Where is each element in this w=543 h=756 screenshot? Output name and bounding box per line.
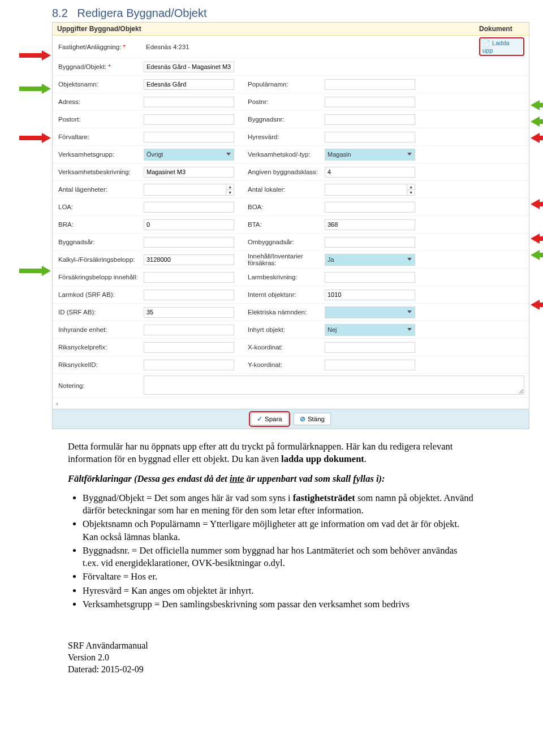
verkgrupp-select[interactable]: Övrigt	[144, 149, 234, 161]
footer-line-1: SRF Användarmanual	[68, 640, 543, 652]
interntobj-input[interactable]	[325, 290, 415, 300]
bra-input[interactable]	[144, 219, 234, 230]
label-fastighet: Fastighet/Anläggning:	[58, 44, 121, 50]
close-label: Stäng	[308, 416, 325, 422]
chevron-down-icon	[407, 310, 412, 313]
spin-up-icon[interactable]: ▲	[407, 184, 415, 190]
spin-up-icon[interactable]: ▲	[226, 184, 234, 190]
boa-input[interactable]	[325, 202, 415, 213]
label-byggar: Byggnadsår:	[57, 239, 140, 245]
forsinneh-input[interactable]	[144, 272, 234, 283]
angivenklass-input[interactable]	[325, 167, 415, 178]
upload-button[interactable]: 📄 Ladda upp	[479, 37, 524, 56]
antallag-stepper[interactable]: ▲▼	[144, 184, 234, 196]
save-label: Spara	[265, 416, 282, 422]
spin-down-icon[interactable]: ▼	[407, 190, 415, 195]
arrow-icon	[19, 84, 51, 94]
page-footer: SRF Användarmanual Version 2.0 Daterad: …	[68, 640, 543, 675]
label-hyresvard: Hyresvärd:	[238, 133, 321, 140]
check-icon: ✓	[257, 415, 262, 423]
close-button[interactable]: ⊘Stäng	[294, 413, 331, 425]
label-interntobj: Internt objektsnr:	[238, 291, 321, 298]
riksid-input[interactable]	[144, 360, 234, 370]
section-title: Redigera Byggnad/Objekt	[77, 7, 206, 19]
label-adress: Adress:	[57, 98, 140, 105]
chevron-down-icon	[407, 258, 412, 261]
b1-text: Byggnad/Objekt = Det som anges här är va…	[83, 493, 293, 503]
loa-input[interactable]	[144, 202, 234, 213]
save-button[interactable]: ✓Spara	[251, 413, 288, 425]
form-header-right: Dokument	[475, 23, 529, 35]
label-postnr: Postnr:	[238, 98, 321, 105]
label-inhyrtobj: Inhyrt objekt:	[238, 326, 321, 333]
label-larmkod: Larmkod (SRF AB):	[57, 291, 140, 298]
arrow-icon	[19, 133, 51, 143]
byggar-input[interactable]	[144, 237, 234, 248]
larmbeskr-input[interactable]	[325, 272, 415, 283]
arrow-icon	[531, 133, 543, 143]
hyresvard-input[interactable]	[325, 132, 415, 142]
verkkod-select[interactable]: Magasin	[325, 149, 415, 161]
label-larmbeskr: Larmbeskrivning:	[238, 274, 321, 280]
label-loa: LOA:	[57, 204, 140, 210]
label-notering: Notering:	[57, 382, 140, 389]
byggnad-input[interactable]	[144, 62, 234, 72]
spin-down-icon[interactable]: ▼	[226, 190, 234, 195]
label-verkkod: Verksamhetskod/-typ:	[238, 151, 321, 158]
chevron-down-icon	[226, 153, 231, 155]
adress-input[interactable]	[144, 97, 234, 107]
elektr-select[interactable]	[325, 306, 415, 318]
chevron-down-icon	[407, 328, 412, 331]
label-forsinneh: Försäkringsbelopp innehåll:	[57, 274, 140, 280]
form-header-left: Uppgifter Byggnad/Objekt	[53, 23, 475, 35]
label-boa: BOA:	[238, 204, 321, 210]
xkoord-input[interactable]	[325, 342, 415, 353]
label-xkoord: X-koordinat:	[238, 344, 321, 351]
label-ombyggar: Ombyggnadsår:	[238, 239, 321, 245]
byggnadsnr-input[interactable]	[325, 114, 415, 125]
ykoord-input[interactable]	[325, 360, 415, 370]
idsrf-input[interactable]	[144, 307, 234, 318]
arrow-icon	[531, 100, 543, 110]
p1-bold: ladda upp dokument	[281, 453, 364, 464]
ombyggar-input[interactable]	[325, 237, 415, 248]
kalkyl-input[interactable]	[144, 254, 234, 265]
notering-input[interactable]	[144, 375, 524, 395]
label-bta: BTA:	[238, 221, 321, 228]
inhyr-input[interactable]	[144, 325, 234, 335]
upload-label: Ladda upp	[482, 40, 510, 54]
list-item: Objektsnamn och Populärnamn = Ytterligar…	[83, 518, 475, 543]
arrow-icon	[531, 199, 543, 209]
list-item: Hyresvärd = Kan anges om objektet är inh…	[83, 585, 475, 597]
rikpref-input[interactable]	[144, 342, 234, 353]
popnamn-input[interactable]	[325, 79, 415, 90]
label-antallok: Antal lokaler:	[238, 186, 321, 193]
label-elektr: Elektriska nämnden:	[238, 309, 321, 316]
label-popnamn: Populärnamn:	[238, 81, 321, 88]
forvaltare-input[interactable]	[144, 132, 234, 142]
list-item: Byggnadsnr. = Det officiella nummer som …	[83, 545, 475, 570]
bullet-list: Byggnad/Objekt = Det som anges här är va…	[68, 492, 475, 611]
required-marker: *	[108, 63, 110, 70]
arrow-icon	[531, 300, 543, 310]
verkbeskr-input[interactable]	[144, 167, 234, 178]
bta-input[interactable]	[325, 219, 415, 230]
objektsnamn-input[interactable]	[144, 79, 234, 90]
p2-underline: inte	[230, 473, 244, 484]
form-header: Uppgifter Byggnad/Objekt Dokument	[53, 23, 529, 36]
inhyrtobj-select[interactable]: Nej	[325, 324, 415, 336]
document-page: 8.2 Redigera Byggnad/Objekt Uppgifter By…	[0, 0, 543, 698]
antallok-stepper[interactable]: ▲▼	[325, 184, 415, 196]
scroll-left-icon[interactable]: ‹	[53, 398, 529, 409]
postort-input[interactable]	[144, 114, 234, 125]
postnr-input[interactable]	[325, 97, 415, 107]
larmkod-input[interactable]	[144, 290, 234, 300]
innehall-value: Ja	[327, 256, 334, 263]
arrow-icon	[19, 50, 51, 61]
p1-end: .	[364, 453, 367, 464]
label-verkgrupp: Verksamhetsgrupp:	[57, 151, 140, 158]
innehall-select[interactable]: Ja	[325, 254, 415, 266]
label-antallag: Antal lägenheter:	[57, 186, 140, 193]
section-heading: 8.2 Redigera Byggnad/Objekt	[0, 0, 543, 22]
label-objektsnamn: Objektsnamn:	[57, 81, 140, 88]
